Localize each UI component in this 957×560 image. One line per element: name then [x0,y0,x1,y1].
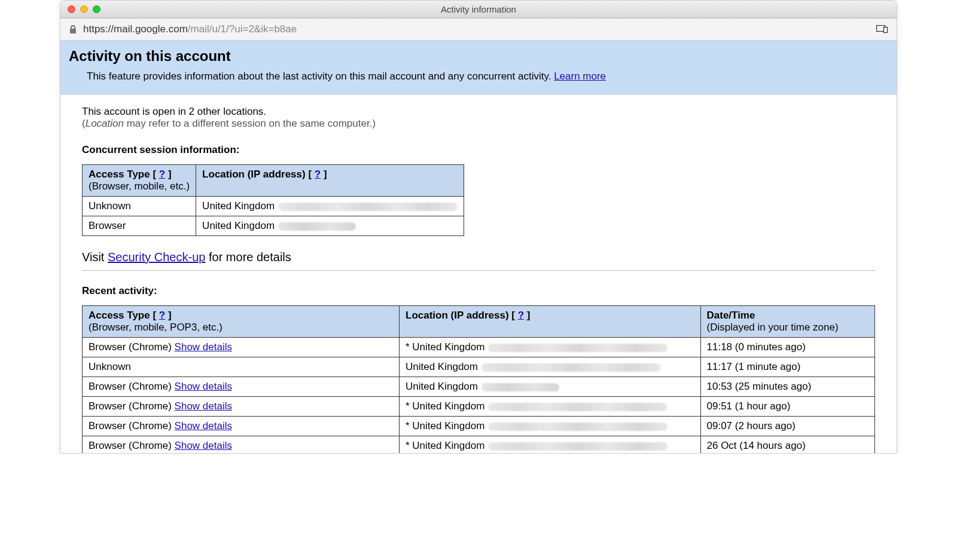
header-date: Date/Time (Displayed in your time zone) [700,306,875,338]
redacted-ip [488,403,668,411]
header-location: Location (IP address) [ ? ] [400,306,701,338]
page-banner: Activity on this account This feature pr… [60,41,897,95]
divider [82,270,875,271]
access-type-cell: Browser (Chrome) Show details [83,417,400,436]
date-cell: 11:18 (0 minutes ago) [700,338,875,357]
table-row: Browser (Chrome) Show details* United Ki… [83,397,875,417]
table-row: Browser (Chrome) Show details* United Ki… [83,436,875,454]
location-cell: United Kingdom [400,377,701,397]
show-details-link[interactable]: Show details [175,381,232,392]
show-details-link[interactable]: Show details [175,420,232,432]
access-type-cell: Browser (Chrome) Show details [83,397,400,417]
banner-description: This feature provides information about … [87,71,888,82]
lock-icon [69,25,77,34]
learn-more-link[interactable]: Learn more [554,71,606,82]
window-title: Activity information [60,4,897,14]
help-icon[interactable]: ? [159,169,165,180]
table-row: Unknown United Kingdom11:17 (1 minute ag… [83,357,875,377]
security-checkup-line: Visit Security Check-up for more details [82,250,875,264]
security-checkup-link[interactable]: Security Check-up [108,250,205,264]
table-row: UnknownUnited Kingdom [83,197,464,216]
date-cell: 11:17 (1 minute ago) [700,357,875,377]
table-header-row: Access Type [ ? ] (Browser, mobile, etc.… [83,165,464,197]
location-cell: * United Kingdom [400,436,701,454]
maximize-window-button[interactable] [93,5,100,13]
redacted-ip [481,383,559,391]
location-cell: * United Kingdom [400,338,701,357]
redacted-ip [488,442,668,451]
help-icon[interactable]: ? [159,310,165,321]
help-icon[interactable]: ? [315,169,321,180]
table-row: Browser (Chrome) Show detailsUnited King… [83,377,875,397]
traffic-lights [68,5,100,13]
access-type-cell: Unknown [83,197,196,216]
show-details-link[interactable]: Show details [175,341,232,353]
url-host: https://mail.google.com [83,23,188,35]
url-path: /mail/u/1/?ui=2&ik=b8ae [188,23,297,35]
redacted-ip [481,363,661,372]
show-details-link[interactable]: Show details [175,400,232,412]
address-bar: https://mail.google.com/mail/u/1/?ui=2&i… [60,19,897,41]
date-cell: 26 Oct (14 hours ago) [700,436,875,454]
page-title: Activity on this account [69,48,888,65]
header-access-type: Access Type [ ? ] (Browser, mobile, POP3… [83,306,400,338]
table-row: Browser (Chrome) Show details* United Ki… [83,417,875,436]
redacted-ip [278,203,458,211]
table-header-row: Access Type [ ? ] (Browser, mobile, POP3… [83,306,875,338]
page-content: This account is open in 2 other location… [60,95,897,453]
header-location: Location (IP address) [ ? ] [196,165,464,197]
access-type-cell: Browser (Chrome) Show details [83,338,400,357]
access-type-cell: Browser (Chrome) Show details [83,377,400,397]
concurrent-session-table: Access Type [ ? ] (Browser, mobile, etc.… [82,164,464,236]
close-window-button[interactable] [68,5,75,13]
recent-activity-heading: Recent activity: [82,285,875,297]
date-cell: 09:07 (2 hours ago) [700,417,875,436]
redacted-ip [488,344,668,352]
show-details-link[interactable]: Show details [175,440,232,451]
table-row: BrowserUnited Kingdom [83,216,464,236]
help-icon[interactable]: ? [518,310,524,321]
access-type-cell: Browser (Chrome) Show details [83,436,400,454]
access-type-cell: Unknown [83,357,400,377]
popup-window: Activity information https://mail.google… [60,0,897,454]
location-cell: United Kingdom [400,357,701,377]
redacted-ip [278,222,356,231]
redacted-ip [488,423,668,431]
responsive-design-icon[interactable] [876,25,888,33]
window-titlebar: Activity information [60,1,897,19]
svg-rect-1 [884,27,888,33]
location-cell: United Kingdom [196,216,464,236]
date-cell: 10:53 (25 minutes ago) [700,377,875,397]
concurrent-session-heading: Concurrent session information: [82,144,875,156]
location-cell: United Kingdom [196,197,464,216]
location-cell: * United Kingdom [400,397,701,417]
header-access-type: Access Type [ ? ] (Browser, mobile, etc.… [83,165,196,197]
url-display: https://mail.google.com/mail/u/1/?ui=2&i… [83,23,297,35]
table-row: Browser (Chrome) Show details* United Ki… [83,338,875,357]
location-cell: * United Kingdom [400,417,701,436]
sessions-open-subnote: (Location may refer to a different sessi… [82,118,875,130]
access-type-cell: Browser [83,216,196,236]
minimize-window-button[interactable] [80,5,88,13]
recent-activity-table: Access Type [ ? ] (Browser, mobile, POP3… [82,305,875,453]
date-cell: 09:51 (1 hour ago) [700,397,875,417]
sessions-open-note: This account is open in 2 other location… [82,106,875,118]
